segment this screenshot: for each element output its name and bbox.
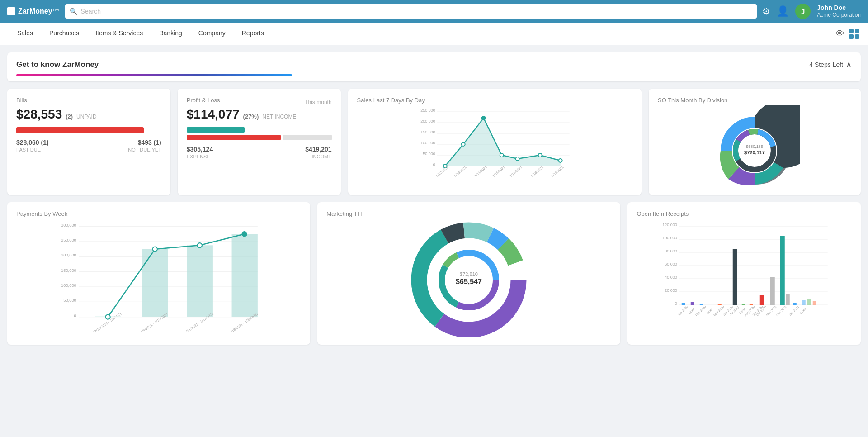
svg-point-16 xyxy=(500,153,503,157)
marketing-tff-chart: $72,810 $65,547 xyxy=(326,219,611,337)
logo: ZarMoney™ xyxy=(7,7,60,15)
eye-icon[interactable]: 👁 xyxy=(835,28,844,39)
user-info: John Doe Acme Corporation xyxy=(817,4,861,19)
gtkz-header: Get to know ZarMoney 4 Steps Left ∧ xyxy=(16,60,852,70)
logo-icon xyxy=(7,7,15,15)
open-receipts-title: Open Item Receipts xyxy=(637,210,852,217)
svg-text:Open: Open xyxy=(688,307,696,315)
svg-rect-92 xyxy=(718,304,722,305)
svg-rect-91 xyxy=(700,304,703,305)
bills-card: Bills $28,553 (2) UNPAID $28,060 (1) PAS… xyxy=(7,89,170,195)
bills-title: Bills xyxy=(16,97,161,104)
pl-header: Profit & Loss This month xyxy=(187,97,332,107)
topbar-right: ⚙ 👤 J John Doe Acme Corporation xyxy=(762,4,861,19)
nav-sales[interactable]: Sales xyxy=(9,23,41,45)
svg-text:1/16/2021: 1/16/2021 xyxy=(509,165,523,178)
svg-text:100,000: 100,000 xyxy=(420,141,435,145)
nav-company[interactable]: Company xyxy=(190,23,234,45)
svg-rect-96 xyxy=(760,295,764,305)
bills-bar-container xyxy=(16,127,161,133)
svg-text:1/14/2021: 1/14/2021 xyxy=(473,165,487,178)
svg-text:150,000: 150,000 xyxy=(420,130,435,134)
svg-rect-102 xyxy=(807,299,811,305)
svg-point-55 xyxy=(153,247,157,251)
svg-rect-90 xyxy=(691,302,694,305)
svg-point-17 xyxy=(515,157,519,161)
svg-text:250,000: 250,000 xyxy=(420,108,435,113)
user-name: John Doe xyxy=(817,4,861,12)
so-division-chart: $580,185 $720,117 xyxy=(658,105,852,187)
svg-rect-103 xyxy=(813,301,816,305)
svg-rect-51 xyxy=(142,249,168,317)
search-bar[interactable]: 🔍 Search xyxy=(65,4,757,19)
gtkz-panel: Get to know ZarMoney 4 Steps Left ∧ xyxy=(7,52,861,81)
payments-week-chart: 300,000 250,000 200,000 150,000 100,000 … xyxy=(16,219,301,334)
nav-items-services[interactable]: Items & Services xyxy=(87,23,151,45)
svg-rect-89 xyxy=(682,303,685,305)
bills-past-due: $28,060 (1) PAST DUE xyxy=(16,139,49,152)
sales7days-card: Sales Last 7 Days By Day 250,000 200,000… xyxy=(348,89,642,195)
svg-rect-93 xyxy=(733,249,737,305)
open-receipts-card: Open Item Receipts 120,000 100,000 80,00… xyxy=(627,202,861,345)
navbar: Sales Purchases Items & Services Banking… xyxy=(0,23,868,45)
pl-title: Profit & Loss xyxy=(187,97,220,104)
svg-rect-94 xyxy=(742,304,745,305)
svg-text:200,000: 200,000 xyxy=(420,119,435,124)
svg-text:80,000: 80,000 xyxy=(665,249,678,253)
pl-card: Profit & Loss This month $114,077 (27%) … xyxy=(178,89,341,195)
svg-text:1/13/2021: 1/13/2021 xyxy=(453,165,467,178)
grid-view-icon[interactable] xyxy=(849,29,859,39)
gtkz-progress-bar xyxy=(16,74,292,76)
marketing-tff-svg: $72,810 $65,547 xyxy=(406,219,532,337)
svg-text:60,000: 60,000 xyxy=(665,262,678,266)
svg-text:120,000: 120,000 xyxy=(663,223,678,227)
avatar[interactable]: J xyxy=(795,4,811,19)
dashboard-row-2: Payments By Week 300,000 250,000 200,000… xyxy=(7,202,861,345)
svg-rect-53 xyxy=(232,234,258,317)
nav-purchases[interactable]: Purchases xyxy=(41,23,87,45)
dashboard-row-1: Bills $28,553 (2) UNPAID $28,060 (1) PAS… xyxy=(7,89,861,195)
gtkz-title: Get to know ZarMoney xyxy=(16,60,99,69)
svg-point-56 xyxy=(198,243,202,247)
bills-bar xyxy=(16,127,144,133)
svg-text:$580,185: $580,185 xyxy=(746,144,764,149)
nav-banking[interactable]: Banking xyxy=(151,23,190,45)
payments-week-card: Payments By Week 300,000 250,000 200,000… xyxy=(7,202,310,345)
search-placeholder: Search xyxy=(81,8,101,15)
pl-income: $419,201 INCOME xyxy=(305,146,331,159)
svg-text:250,000: 250,000 xyxy=(61,238,76,242)
bills-value: $28,553 (2) UNPAID xyxy=(16,107,161,122)
pl-bar-gray xyxy=(283,135,331,140)
svg-rect-52 xyxy=(187,245,213,317)
svg-text:1/12/2021: 1/12/2021 xyxy=(435,165,449,178)
svg-text:Feb 2020: Feb 2020 xyxy=(695,305,707,317)
sales7days-svg: 250,000 200,000 150,000 100,000 50,000 0 xyxy=(357,105,632,178)
topbar: ZarMoney™ 🔍 Search ⚙ 👤 J John Doe Acme C… xyxy=(0,0,868,23)
svg-rect-101 xyxy=(802,300,806,305)
svg-text:Open: Open xyxy=(799,307,807,315)
svg-text:Jan 2020: Jan 2020 xyxy=(677,305,689,317)
so-division-card: SO This Month By Division xyxy=(649,89,861,195)
svg-rect-100 xyxy=(793,303,797,305)
pl-bar-teal xyxy=(187,127,245,133)
pl-bar-row-2 xyxy=(187,135,332,140)
svg-text:Open: Open xyxy=(706,307,714,315)
settings-icon[interactable]: ⚙ xyxy=(762,6,770,17)
svg-point-57 xyxy=(242,232,246,236)
navbar-items: Sales Purchases Items & Services Banking… xyxy=(9,23,835,45)
support-icon[interactable]: 👤 xyxy=(777,5,789,17)
svg-text:$720,117: $720,117 xyxy=(745,150,765,155)
pl-period: This month xyxy=(305,99,331,105)
pl-bar-row-1 xyxy=(187,127,332,133)
svg-text:300,000: 300,000 xyxy=(61,223,76,228)
svg-rect-99 xyxy=(786,294,790,305)
svg-text:$72,810: $72,810 xyxy=(460,271,478,277)
pl-bar-red xyxy=(187,135,281,140)
gtkz-chevron-icon[interactable]: ∧ xyxy=(846,60,852,70)
svg-text:100,000: 100,000 xyxy=(61,283,76,288)
svg-text:0: 0 xyxy=(74,314,76,318)
svg-text:1/19/2021: 1/19/2021 xyxy=(550,165,564,178)
nav-reports[interactable]: Reports xyxy=(234,23,272,45)
open-receipts-svg: 120,000 100,000 80,000 60,000 40,000 20,… xyxy=(637,219,852,332)
svg-text:20,000: 20,000 xyxy=(665,288,678,293)
